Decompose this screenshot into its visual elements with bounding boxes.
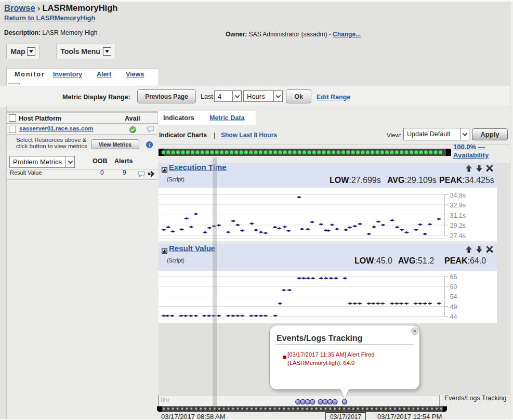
svg-text:44: 44	[450, 313, 457, 321]
svg-text:65: 65	[450, 273, 457, 281]
svg-text:34.8s: 34.8s	[450, 192, 466, 199]
svg-text:60: 60	[450, 283, 457, 291]
svg-text:54: 54	[450, 293, 457, 300]
svg-text:29.2s: 29.2s	[450, 222, 466, 229]
svg-text:32.9s: 32.9s	[450, 202, 466, 209]
svg-text:27.4s: 27.4s	[450, 232, 466, 240]
svg-text:49: 49	[450, 304, 457, 311]
svg-text:i: i	[149, 142, 150, 148]
svg-text:31.1s: 31.1s	[450, 212, 466, 219]
